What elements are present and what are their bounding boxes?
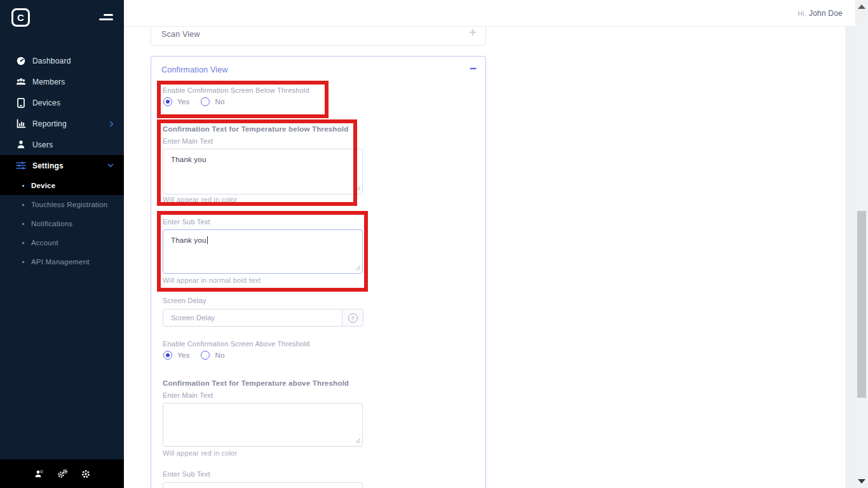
below-sub-text-textarea[interactable]: Thank you [163, 229, 363, 274]
sidebar-item-label: Members [32, 78, 65, 86]
top-header: Hi,John Doe [124, 0, 855, 27]
sidebar-subitem-notifications[interactable]: Notifications [0, 214, 124, 233]
radio-yes[interactable] [163, 97, 172, 106]
sidebar-subitem-api-management[interactable]: API Management [0, 252, 124, 271]
below-main-text-label: Enter Main Text [163, 137, 213, 145]
bullet-icon [22, 223, 24, 225]
user-greeting[interactable]: Hi,John Doe [798, 9, 843, 18]
bullet-icon [22, 204, 24, 206]
sidebar-subitem-label: Notifications [31, 220, 72, 227]
devices-icon [16, 98, 26, 108]
confirmation-view-title: Confirmation View [161, 65, 228, 74]
sidebar-subitem-touchless-registration[interactable]: Touchless Registration [0, 195, 124, 214]
resize-grip-icon[interactable] [355, 437, 361, 445]
scrollbar-thumb[interactable] [857, 211, 866, 398]
scan-view-title: Scan View [161, 30, 200, 39]
enable-below-radio-group: Yes No [163, 97, 224, 106]
gear-icon[interactable] [81, 470, 90, 478]
radio-yes-label: Yes [177, 351, 189, 359]
sidebar-item-dashboard[interactable]: Dashboard [0, 50, 124, 71]
sidebar-item-devices[interactable]: Devices [0, 92, 124, 113]
below-sub-helper-text: Will appear in normal bold text [163, 276, 261, 284]
radio-no-label: No [215, 98, 224, 105]
screen-delay-input[interactable] [163, 309, 342, 327]
sidebar-item-members[interactable]: Members [0, 71, 124, 92]
sidebar-item-label: Devices [32, 98, 60, 107]
above-main-text-textarea[interactable] [163, 403, 363, 447]
resize-grip-icon[interactable] [355, 264, 361, 272]
enable-below-label: Enable Confirmation Screen Below Thresho… [163, 86, 309, 94]
brand-logo: C [11, 8, 30, 27]
cogs-icon[interactable] [57, 469, 68, 478]
screen-delay-label: Screen Delay [163, 297, 206, 304]
below-main-text-textarea[interactable]: Thank you [163, 149, 363, 194]
resize-grip-icon[interactable] [355, 185, 361, 193]
hamburger-line [99, 18, 113, 20]
brand-logo-letter: C [17, 12, 24, 23]
reporting-icon [16, 119, 26, 128]
above-sub-text-textarea[interactable] [163, 482, 363, 488]
radio-dot [166, 353, 170, 357]
sidebar-subitem-account[interactable]: Account [0, 233, 124, 252]
above-section-heading: Confirmation Text for Temperature above … [163, 379, 349, 387]
above-main-text-label: Enter Main Text [163, 391, 213, 399]
below-sub-text-label: Enter Sub Text [163, 218, 210, 226]
sidebar-item-label: Settings [32, 161, 64, 170]
bullet-icon [22, 261, 24, 263]
radio-no[interactable] [201, 351, 210, 360]
chevron-right-icon [109, 121, 114, 127]
app-window: C Dashboard Members Devices [0, 0, 868, 488]
above-sub-text-label: Enter Sub Text [163, 470, 210, 478]
bullet-icon [22, 242, 24, 244]
radio-dot [166, 100, 170, 104]
collapse-minus-icon[interactable]: − [470, 62, 477, 76]
members-icon [16, 77, 26, 86]
hamburger-menu-icon[interactable] [99, 14, 113, 22]
sidebar-item-reporting[interactable]: Reporting [0, 113, 124, 134]
sidebar-subitem-label: Account [31, 239, 58, 247]
radio-yes-label: Yes [177, 98, 189, 105]
radio-no-label: No [215, 351, 224, 359]
expand-plus-icon[interactable]: + [469, 26, 477, 39]
sidebar-footer [0, 459, 124, 488]
username: John Doe [809, 9, 843, 18]
below-section-heading: Confirmation Text for Temperature below … [163, 125, 348, 133]
textarea-value: Thank you [171, 156, 207, 163]
chevron-down-icon [107, 163, 114, 168]
sidebar-subitem-device[interactable]: Device [0, 176, 124, 195]
sidebar: C Dashboard Members Devices [0, 0, 124, 488]
sidebar-item-users[interactable]: Users [0, 134, 124, 155]
scrollbar[interactable] [855, 0, 868, 488]
enable-above-radio-group: Yes No [163, 351, 224, 360]
dashboard-icon [16, 56, 26, 66]
page-gutter [845, 27, 855, 488]
enable-above-label: Enable Confirmation Screen Above Thresho… [163, 340, 309, 348]
sidebar-subitem-label: Touchless Registration [31, 201, 107, 208]
scrollbar-down-arrow[interactable] [858, 479, 865, 484]
sidebar-subitem-label: API Management [31, 258, 90, 266]
text-cursor [207, 236, 208, 244]
above-main-helper-text: Will appear red in color [163, 449, 237, 457]
radio-no[interactable] [201, 97, 210, 106]
screen-delay-help-addon[interactable]: ? [342, 309, 363, 327]
scrollbar-up-arrow[interactable] [858, 4, 865, 9]
hamburger-line [104, 14, 113, 16]
users-icon [16, 140, 26, 149]
help-question-icon: ? [348, 313, 358, 323]
sidebar-item-label: Dashboard [32, 57, 71, 65]
below-main-helper-text: Will appear red in color [163, 196, 237, 203]
textarea-value: Thank you [171, 236, 207, 244]
settings-icon [16, 161, 26, 170]
sidebar-item-settings[interactable]: Settings [0, 155, 124, 176]
sidebar-item-label: Reporting [32, 119, 67, 128]
radio-yes[interactable] [163, 351, 172, 360]
sidebar-item-label: Users [32, 140, 53, 149]
greeting-prefix: Hi, [798, 10, 806, 17]
user-gear-icon[interactable] [34, 470, 44, 478]
bullet-icon [22, 185, 24, 187]
sidebar-subitem-label: Device [31, 182, 55, 189]
confirmation-view-panel: Confirmation View − Enable Confirmation … [151, 56, 486, 488]
